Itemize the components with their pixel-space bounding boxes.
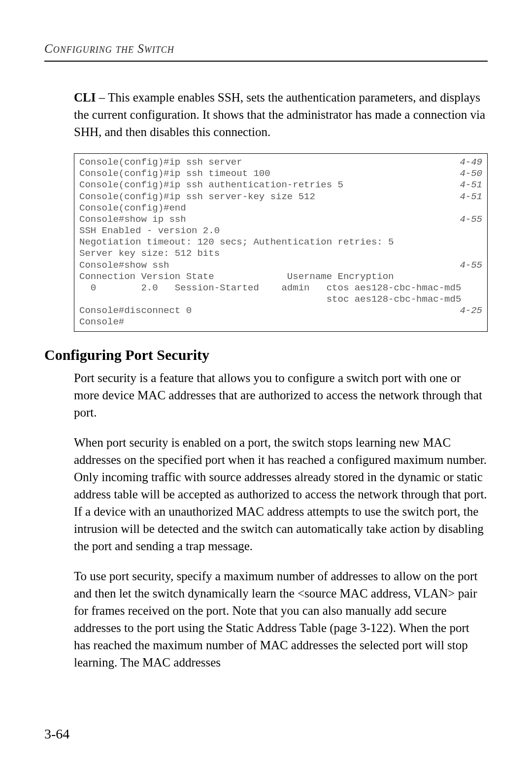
code-text: Console#disconnect 0 [79, 305, 192, 317]
paragraph-1: Port security is a feature that allows y… [74, 369, 488, 421]
code-line: Console(config)#ip ssh authentication-re… [79, 179, 482, 191]
code-text: 0 2.0 Session-Started admin ctos aes128-… [79, 282, 461, 294]
code-line: stoc aes128-cbc-hmac-md5 [79, 294, 482, 305]
intro-paragraph: CLI – This example enables SSH, sets the… [74, 89, 488, 141]
code-line: Server key size: 512 bits [79, 248, 482, 259]
code-text: Console(config)#ip ssh server [79, 157, 242, 168]
intro-block: CLI – This example enables SSH, sets the… [74, 89, 488, 141]
code-line: Console#disconnect 04-25 [79, 305, 482, 317]
code-text: Server key size: 512 bits [79, 248, 220, 259]
code-line: Console(config)#end [79, 203, 482, 214]
code-line: Console(config)#ip ssh server-key size 5… [79, 191, 482, 203]
code-ref: 4-51 [450, 191, 482, 203]
code-line: Console#show ip ssh4-55 [79, 214, 482, 225]
code-line: SSH Enabled - version 2.0 [79, 225, 482, 237]
code-text: Console(config)#end [79, 203, 186, 214]
cli-output-box: Console(config)#ip ssh server4-49Console… [74, 153, 488, 332]
code-text: Console#show ip ssh [79, 214, 186, 225]
code-text: SSH Enabled - version 2.0 [79, 225, 220, 237]
code-text: stoc aes128-cbc-hmac-md5 [79, 294, 461, 305]
paragraph-3: To use port security, specify a maximum … [74, 567, 488, 671]
section-body: Port security is a feature that allows y… [74, 369, 488, 671]
page: Configuring the Switch CLI – This exampl… [0, 0, 532, 774]
code-ref: 4-50 [450, 168, 482, 179]
header-rule [44, 61, 488, 62]
code-text: Console(config)#ip ssh authentication-re… [79, 179, 343, 191]
section-heading-port-security: Configuring Port Security [44, 347, 488, 363]
code-text: Console#show ssh [79, 260, 169, 271]
paragraph-2: When port security is enabled on a port,… [74, 434, 488, 555]
code-ref: 4-55 [450, 214, 482, 225]
page-number: 3-64 [44, 726, 69, 742]
code-text: Console# [79, 317, 124, 328]
code-ref: 4-55 [450, 260, 482, 271]
code-line: Connection Version State Username Encryp… [79, 271, 482, 282]
code-line: Console# [79, 317, 482, 328]
intro-text: – This example enables SSH, sets the aut… [74, 91, 485, 139]
code-line: 0 2.0 Session-Started admin ctos aes128-… [79, 282, 482, 294]
code-text: Console(config)#ip ssh server-key size 5… [79, 191, 315, 203]
running-head: Configuring the Switch [44, 42, 488, 56]
code-ref: 4-49 [450, 157, 482, 168]
cli-label: CLI [74, 91, 96, 104]
code-ref: 4-51 [450, 179, 482, 191]
code-text: Negotiation timeout: 120 secs; Authentic… [79, 237, 394, 248]
code-text: Console(config)#ip ssh timeout 100 [79, 168, 270, 179]
code-text: Connection Version State Username Encryp… [79, 271, 394, 282]
code-line: Negotiation timeout: 120 secs; Authentic… [79, 237, 482, 248]
code-ref: 4-25 [450, 305, 482, 317]
code-line: Console(config)#ip ssh timeout 1004-50 [79, 168, 482, 179]
code-line: Console#show ssh4-55 [79, 260, 482, 271]
code-line: Console(config)#ip ssh server4-49 [79, 157, 482, 168]
